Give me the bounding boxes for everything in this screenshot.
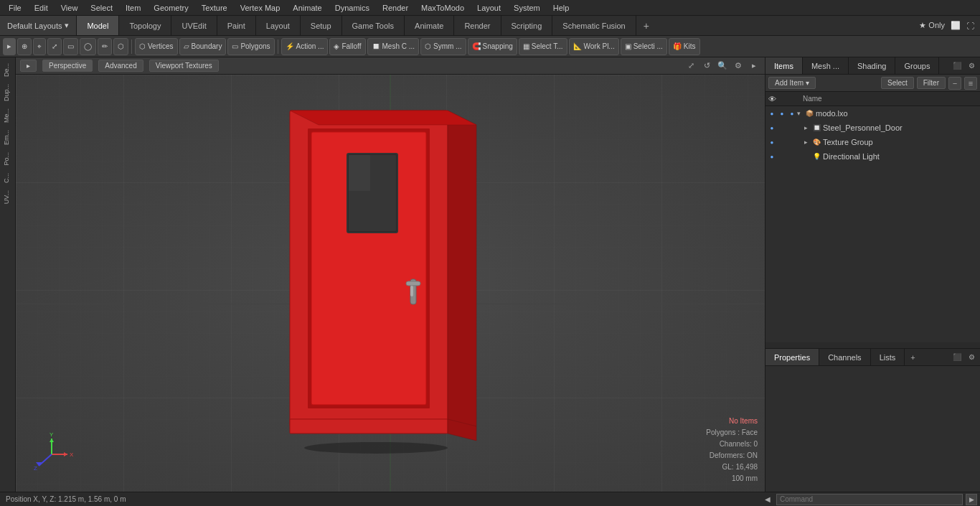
vp-textures-btn[interactable]: Viewport Textures (149, 60, 219, 72)
filter-button[interactable]: Filter (917, 77, 946, 89)
tab-setup[interactable]: Setup (301, 16, 342, 35)
tab-uvedit[interactable]: UVEdit (171, 16, 217, 35)
vp-fit-icon[interactable]: ⤢ (684, 60, 697, 72)
menu-render[interactable]: Render (377, 2, 414, 14)
vp-expand-icon[interactable]: ▸ (748, 60, 760, 72)
cmd-left-arrow[interactable]: ◀ (762, 495, 773, 503)
tb-snapping-btn[interactable]: 🧲 Snapping (468, 38, 517, 55)
tab-game-tools[interactable]: Game Tools (342, 16, 405, 35)
menu-layout[interactable]: Layout (471, 2, 507, 14)
eye-icon-texture[interactable]: ● (767, 137, 777, 147)
vp-settings-icon[interactable]: ⚙ (732, 60, 745, 72)
menu-help[interactable]: Help (547, 2, 575, 14)
eye-icon-light[interactable]: ● (767, 151, 777, 161)
tb-kits-btn[interactable]: 🎁 Kits (669, 38, 700, 55)
menu-animate[interactable]: Animate (287, 2, 327, 14)
menu-file[interactable]: File (3, 2, 27, 14)
tab-schematic-fusion[interactable]: Schematic Fusion (552, 16, 636, 35)
list-item-mesh[interactable]: ● ▸ 🔲 Steel_Personnel_Door (765, 121, 980, 135)
sidebar-uv[interactable]: UV... (1, 187, 14, 207)
tab-channels[interactable]: Channels (819, 349, 870, 365)
tb-mesh-btn[interactable]: 🔲 Mesh C ... (367, 38, 420, 55)
tb-symm-btn[interactable]: ⬡ Symm ... (420, 38, 466, 55)
command-input[interactable] (776, 494, 963, 505)
eye2-icon-mesh[interactable] (777, 123, 787, 133)
eye3-icon-light[interactable] (787, 151, 797, 161)
list-item-texture[interactable]: ● ▸ 🎨 Texture Group (765, 135, 980, 149)
tb-transform-tool[interactable]: ⤢ (47, 38, 62, 55)
eye3-icon-texture[interactable] (787, 137, 797, 147)
fullscreen-icon[interactable]: ⛶ (966, 22, 974, 30)
add-item-button[interactable]: Add Item ▾ (768, 77, 816, 89)
tb-workplane-btn[interactable]: 📐 Work Pl... (569, 38, 619, 55)
cmd-go-button[interactable]: ▶ (966, 494, 977, 505)
menu-edit[interactable]: Edit (29, 2, 54, 14)
eye2-icon-root[interactable]: ● (777, 108, 787, 118)
tab-topology[interactable]: Topology (119, 16, 171, 35)
tb-shield-tool[interactable]: ⬡ (113, 38, 128, 55)
list-item-root[interactable]: ● ● ● ▾ 📦 modo.lxo (765, 106, 980, 121)
sidebar-c[interactable]: C... (1, 170, 14, 186)
menu-maxtomodo[interactable]: MaxToModo (415, 2, 470, 14)
tb-select-tool[interactable]: ▸ (3, 38, 16, 55)
menu-vertex-map[interactable]: Vertex Map (235, 2, 286, 14)
list-item-light[interactable]: ● 💡 Directional Light (765, 149, 980, 164)
props-settings-icon[interactable]: ⚙ (966, 352, 977, 363)
tb-select-t-btn[interactable]: ▦ Select T... (519, 38, 567, 55)
tab-layout[interactable]: Layout (256, 16, 301, 35)
tb-action-btn[interactable]: ⚡ Action ... (281, 38, 329, 55)
tb-rect-tool[interactable]: ▭ (63, 38, 78, 55)
viewport-canvas[interactable]: X Y Z No Items Polygons : Face Channels:… (16, 75, 765, 492)
add-layout-tab-button[interactable]: + (636, 16, 656, 35)
tab-render[interactable]: Render (454, 16, 501, 35)
eye-icon-root[interactable]: ● (767, 108, 777, 118)
items-scrollbar[interactable] (765, 342, 980, 348)
tab-properties[interactable]: Properties (765, 349, 819, 365)
expand-mesh[interactable]: ▸ (804, 124, 811, 131)
panel-settings-icon[interactable]: ⚙ (966, 60, 977, 72)
props-add-tab-button[interactable]: + (905, 353, 920, 362)
menu-texture[interactable]: Texture (196, 2, 233, 14)
tb-polygons-btn[interactable]: ▭ Polygons (227, 38, 274, 55)
tab-model[interactable]: Model (77, 16, 119, 35)
eye-icon-mesh[interactable]: ● (767, 123, 777, 133)
sidebar-dup[interactable]: Dup... (1, 81, 14, 104)
tb-boundary-btn[interactable]: ▱ Boundary (179, 38, 227, 55)
items-minus-icon[interactable]: − (948, 77, 961, 90)
eye2-icon-texture[interactable] (777, 137, 787, 147)
tb-vertices-btn[interactable]: ⬡ Vertices (135, 38, 178, 55)
maximize-icon[interactable]: ⬜ (951, 21, 961, 30)
default-layouts-dropdown[interactable]: Default Layouts ▾ (0, 16, 77, 35)
vp-advanced-btn[interactable]: Advanced (98, 60, 143, 72)
tab-lists[interactable]: Lists (871, 349, 905, 365)
tab-animate[interactable]: Animate (405, 16, 454, 35)
sidebar-po[interactable]: Po... (1, 149, 14, 169)
select-button[interactable]: Select (881, 77, 914, 89)
expand-root[interactable]: ▾ (797, 110, 804, 117)
tab-shading[interactable]: Shading (849, 57, 895, 74)
tb-circle-tool[interactable]: ◯ (80, 38, 96, 55)
tb-move-tool[interactable]: ⊕ (17, 38, 32, 55)
eye3-icon-mesh[interactable] (787, 123, 797, 133)
menu-view[interactable]: View (55, 2, 84, 14)
menu-system[interactable]: System (508, 2, 546, 14)
menu-dynamics[interactable]: Dynamics (329, 2, 375, 14)
items-extra-icon[interactable]: ≡ (964, 77, 977, 90)
tb-pen-tool[interactable]: ✏ (98, 38, 112, 55)
sidebar-me[interactable]: Me... (1, 106, 14, 126)
tab-groups[interactable]: Groups (895, 57, 939, 74)
expand-texture[interactable]: ▸ (804, 139, 811, 146)
tb-falloff-btn[interactable]: ◈ Falloff (329, 38, 365, 55)
tb-lasso-tool[interactable]: ⌖ (33, 38, 46, 55)
tab-paint[interactable]: Paint (217, 16, 256, 35)
eye3-icon-root[interactable]: ● (787, 108, 797, 118)
vp-refresh-icon[interactable]: ↺ (700, 60, 713, 72)
vp-perspective-btn[interactable]: Perspective (42, 60, 93, 72)
panel-expand-icon[interactable]: ⬛ (951, 60, 963, 72)
vp-expand-btn[interactable]: ▸ (20, 60, 37, 72)
tab-mesh[interactable]: Mesh ... (803, 57, 849, 74)
eye2-icon-light[interactable] (777, 151, 787, 161)
sidebar-de[interactable]: De... (1, 60, 14, 80)
tb-selecti-btn[interactable]: ▣ Selecti ... (621, 38, 667, 55)
vp-search-icon[interactable]: 🔍 (716, 60, 729, 72)
